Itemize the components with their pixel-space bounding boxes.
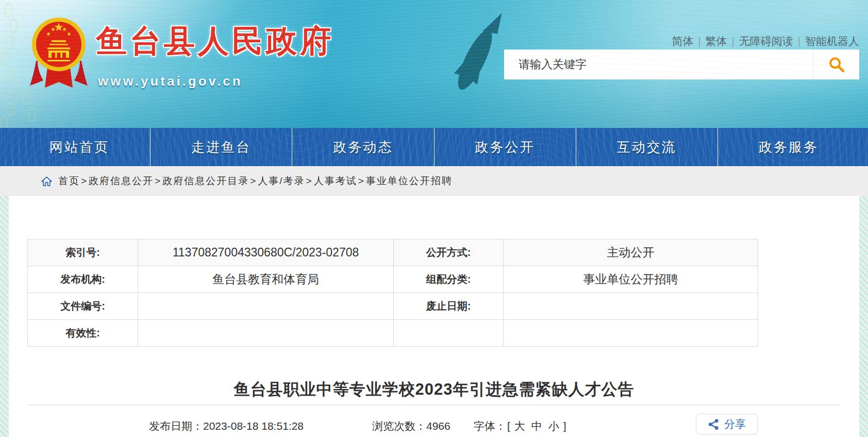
fish-icon <box>447 4 504 112</box>
info-label: 发布机构: <box>28 266 138 293</box>
font-size-small[interactable]: 小 <box>548 420 559 432</box>
breadcrumb-separator: > <box>155 175 161 187</box>
bracket-close: ] <box>563 420 566 432</box>
nav-item-government-disclosure[interactable]: 政务公开 <box>435 128 576 166</box>
font-size-medium[interactable]: 中 <box>531 420 542 432</box>
info-value: 11370827004330680C/2023-02708 <box>138 239 394 266</box>
font-size-control: 字体：[大中小] <box>474 419 567 433</box>
breadcrumb-separator: > <box>358 175 365 187</box>
breadcrumb-separator: > <box>306 175 313 187</box>
link-traditional-chinese[interactable]: 繁体 <box>706 34 727 48</box>
breadcrumb-item-public-institution-recruitment[interactable]: 事业单位公开招聘 <box>366 174 453 188</box>
main-nav-inner: 网站首页 走进鱼台 政务动态 政务公开 互动交流 政务服务 <box>9 128 859 166</box>
breadcrumb-item-home[interactable]: 首页 <box>58 174 80 188</box>
search-button[interactable] <box>813 50 859 79</box>
article-title: 鱼台县职业中等专业学校2023年引进急需紧缺人才公告 <box>9 379 859 400</box>
breadcrumb-separator: > <box>81 175 88 187</box>
info-value: 鱼台县教育和体育局 <box>138 266 394 293</box>
publish-date-label: 发布日期： <box>149 420 203 432</box>
nav-item-interactive-exchange[interactable]: 互动交流 <box>576 128 718 166</box>
search-icon <box>828 56 845 73</box>
main-nav: 网站首页 走进鱼台 政务动态 政务公开 互动交流 政务服务 <box>0 128 868 166</box>
page: 鱼台县人民政府 www.yutai.gov.cn 简体 | 繁体 | 无障碍阅读… <box>0 0 868 437</box>
share-button-label: 分享 <box>724 417 746 431</box>
font-size-large[interactable]: 大 <box>514 420 525 432</box>
view-count-label: 浏览次数： <box>372 420 426 432</box>
share-icon <box>708 418 720 430</box>
info-value <box>504 293 758 320</box>
table-row: 文件编号: 废止日期: <box>28 293 758 320</box>
breadcrumb-bar: 首页 > 政府信息公开 > 政府信息公开目录 > 人事/考录 > 人事考试 > … <box>0 166 868 196</box>
info-value: 主动公开 <box>504 239 758 266</box>
breadcrumb-item-gov-info-disclosure[interactable]: 政府信息公开 <box>89 174 154 188</box>
top-links: 简体 | 繁体 | 无障碍阅读 | 智能机器人 <box>672 34 859 48</box>
info-label: 有效性: <box>28 320 138 347</box>
info-label: 文件编号: <box>28 293 138 320</box>
link-smart-robot[interactable]: 智能机器人 <box>805 34 859 48</box>
breadcrumb: 首页 > 政府信息公开 > 政府信息公开目录 > 人事/考录 > 人事考试 > … <box>41 166 453 196</box>
bracket-open: [ <box>507 420 510 432</box>
nav-item-government-news[interactable]: 政务动态 <box>292 128 434 166</box>
home-icon <box>41 176 52 186</box>
share-button[interactable]: 分享 <box>696 414 758 434</box>
link-accessibility-reading[interactable]: 无障碍阅读 <box>739 34 793 48</box>
breadcrumb-item-personnel-recruitment[interactable]: 人事/考录 <box>258 174 305 188</box>
publish-date-value: 2023-08-18 18:51:28 <box>203 420 304 432</box>
info-label: 公开方式: <box>394 239 504 266</box>
content-card: 索引号: 11370827004330680C/2023-02708 公开方式:… <box>9 196 859 437</box>
publish-date: 发布日期：2023-08-18 18:51:28 <box>149 419 304 433</box>
breadcrumb-separator: > <box>250 175 257 187</box>
info-value <box>138 320 394 347</box>
site-url: www.yutai.gov.cn <box>98 73 243 89</box>
view-count-value: 4966 <box>426 420 450 432</box>
nav-item-site-home[interactable]: 网站首页 <box>9 128 151 166</box>
font-size-label: 字体： <box>474 420 506 432</box>
link-separator: | <box>798 36 800 47</box>
divider <box>27 404 841 406</box>
view-count: 浏览次数：4966 <box>372 419 450 433</box>
info-label: 索引号: <box>28 239 138 266</box>
info-label: 废止日期: <box>394 293 504 320</box>
info-value: 事业单位公开招聘 <box>504 266 758 293</box>
breadcrumb-item-personnel-exam[interactable]: 人事考试 <box>314 174 357 188</box>
site-title[interactable]: 鱼台县人民政府 <box>96 25 334 58</box>
article-meta: 发布日期：2023-08-18 18:51:28 浏览次数：4966 字体：[大… <box>9 414 859 437</box>
link-simplified-chinese[interactable]: 简体 <box>672 34 693 48</box>
link-separator: | <box>698 36 700 47</box>
info-table: 索引号: 11370827004330680C/2023-02708 公开方式:… <box>27 239 758 347</box>
info-value <box>504 320 758 347</box>
info-label: 组配分类: <box>394 266 504 293</box>
search-input[interactable] <box>504 50 813 79</box>
info-label <box>394 320 504 347</box>
table-row: 发布机构: 鱼台县教育和体育局 组配分类: 事业单位公开招聘 <box>28 266 758 293</box>
breadcrumb-item-disclosure-catalog[interactable]: 政府信息公开目录 <box>162 174 249 188</box>
site-header: 鱼台县人民政府 www.yutai.gov.cn 简体 | 繁体 | 无障碍阅读… <box>0 0 868 128</box>
info-value <box>138 293 394 320</box>
link-separator: | <box>732 36 735 47</box>
search-box <box>504 50 859 79</box>
table-row: 索引号: 11370827004330680C/2023-02708 公开方式:… <box>28 239 758 266</box>
national-emblem-icon <box>29 13 89 91</box>
nav-item-into-yutai[interactable]: 走进鱼台 <box>151 128 292 166</box>
nav-item-government-services[interactable]: 政务服务 <box>718 128 859 166</box>
table-row: 有效性: <box>28 320 758 347</box>
